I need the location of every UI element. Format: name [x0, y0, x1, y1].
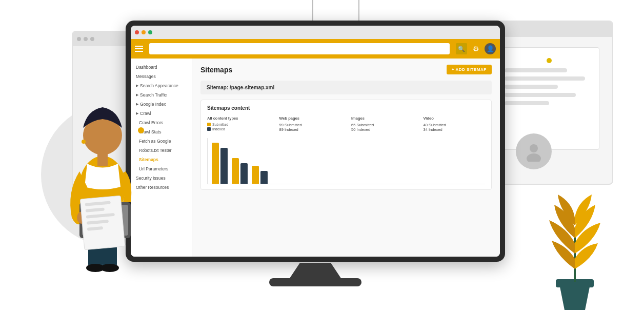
bar-3-dark [260, 171, 268, 184]
monitor-screen-inner: 🔍 ⚙ 👤 Dashboa [131, 26, 500, 257]
window-dot-1 [77, 37, 81, 41]
bar-2-dark [240, 163, 248, 184]
doc-line-1 [505, 68, 567, 72]
stat-images-submitted: 65 Submitted [351, 123, 413, 127]
doc-line-5 [505, 101, 549, 105]
stat-indexed-legend: Indexed [207, 127, 269, 131]
user-avatar-button[interactable]: 👤 [485, 43, 496, 54]
stat-images: Images 65 Submitted 50 Indexed [351, 116, 413, 132]
page-title: Sitemaps [200, 66, 232, 74]
doc-line-3 [505, 85, 558, 89]
plant-illustration [536, 166, 613, 310]
bar-group-2 [232, 158, 248, 184]
stat-web-pages-indexed: 89 Indexed [279, 127, 341, 132]
stat-all-content: All content types Submitted Indexed [207, 116, 269, 132]
stat-web-pages-label: Web pages [279, 116, 341, 121]
browser: 🔍 ⚙ 👤 Dashboa [131, 26, 500, 257]
svg-point-4 [138, 127, 144, 133]
window-dot-2 [84, 37, 88, 41]
doc-line-4 [505, 93, 576, 97]
titlebar-dot-red [135, 30, 139, 34]
gear-icon: ⚙ [473, 45, 479, 53]
paper-line-5 [87, 226, 103, 231]
svg-point-12 [100, 264, 119, 272]
titlebar-dot-yellow [142, 30, 146, 34]
titlebar-dot-green [148, 30, 152, 34]
paper-line-1 [85, 201, 111, 206]
monitor-stand [290, 263, 341, 278]
floating-paper [80, 196, 125, 250]
search-button[interactable]: 🔍 [456, 43, 467, 54]
content-card-title: Sitemaps content [207, 105, 485, 111]
indexed-dot [207, 127, 211, 131]
paper-line-3 [86, 213, 115, 219]
svg-point-1 [527, 153, 541, 162]
search-input[interactable] [149, 43, 450, 54]
svg-rect-5 [97, 153, 108, 166]
scene-wrapper: 🔍 ⚙ 👤 Dashboa [0, 0, 644, 310]
indexed-label: Indexed [212, 127, 225, 131]
browser-titlebar [131, 26, 500, 39]
stat-submitted-legend: Submitted [207, 123, 269, 126]
svg-point-0 [530, 144, 538, 152]
monitor-wrapper: 🔍 ⚙ 👤 Dashboa [123, 21, 508, 287]
bar-group-1 [212, 143, 228, 184]
bar-chart [207, 138, 485, 184]
monitor-base [269, 278, 361, 286]
bar-group-3 [252, 166, 268, 184]
doc-dot [547, 58, 552, 63]
bar-1-dark [220, 148, 228, 184]
monitor-screen-outer: 🔍 ⚙ 👤 Dashboa [126, 21, 505, 262]
bg-right-doc [499, 47, 600, 150]
stat-video-label: Video [424, 116, 486, 121]
stat-images-indexed: 50 Indexed [351, 127, 413, 132]
browser-nav: 🔍 ⚙ 👤 [131, 39, 500, 59]
stat-web-pages-submitted: 99 Submitted [279, 123, 341, 127]
sitemap-url-bar: Sitemap: /page-sitemap.xml [200, 81, 492, 94]
stat-video-submitted: 40 Submitted [424, 123, 486, 127]
bar-3-yellow [252, 166, 259, 184]
paper-line-2 [86, 208, 105, 212]
search-icon: 🔍 [458, 46, 465, 52]
stat-video-indexed: 34 Indexed [424, 127, 486, 132]
page-header: Sitemaps + ADD SITEMAP [200, 65, 492, 74]
lamp-wire-right [358, 0, 359, 21]
main-content: Sitemaps + ADD SITEMAP Sitemap: /page-si… [192, 59, 500, 257]
stat-images-label: Images [351, 116, 413, 121]
bar-2-yellow [232, 158, 239, 184]
person-illustration [51, 43, 154, 310]
settings-button[interactable]: ⚙ [470, 43, 481, 54]
browser-body: Dashboard Messages ▶ Search Appearance ▶ [131, 59, 500, 257]
user-icon: 👤 [487, 45, 494, 52]
window-dot-3 [90, 37, 94, 41]
bar-1-yellow [212, 143, 219, 184]
content-card: Sitemaps content All content types Submi… [200, 100, 492, 190]
submitted-label: Submitted [212, 123, 229, 126]
avatar-circle [516, 133, 552, 169]
svg-point-13 [82, 140, 86, 144]
doc-line-2 [505, 76, 585, 81]
stat-web-pages: Web pages 99 Submitted 89 Indexed [279, 116, 341, 132]
stat-all-content-label: All content types [207, 116, 269, 121]
paper-line-4 [87, 220, 109, 225]
add-sitemap-button[interactable]: + ADD SITEMAP [447, 65, 492, 74]
stat-video: Video 40 Submitted 34 Indexed [424, 116, 486, 132]
stats-row: All content types Submitted Indexed [207, 116, 485, 132]
submitted-dot [207, 123, 211, 126]
